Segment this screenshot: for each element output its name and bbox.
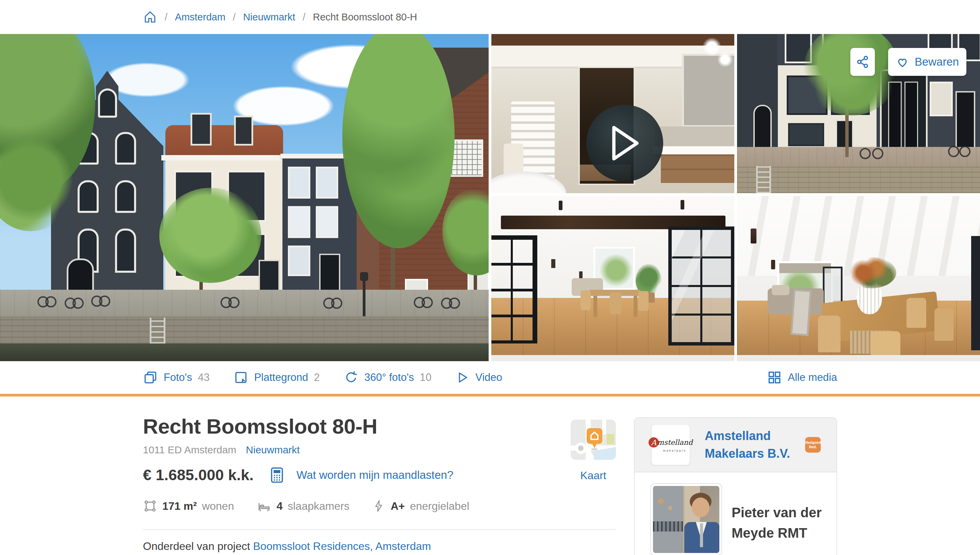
wall-sconce — [551, 259, 555, 268]
steel-glass-door — [823, 266, 842, 305]
window — [930, 82, 953, 116]
breadcrumb-link-nieuwmarkt[interactable]: Nieuwmarkt — [243, 11, 295, 23]
home-icon[interactable] — [143, 10, 157, 24]
window — [288, 245, 310, 276]
vanity-drawers — [661, 154, 734, 183]
window — [288, 206, 310, 238]
ceiling-beam — [492, 34, 734, 46]
photo-interior-dining[interactable] — [492, 196, 734, 361]
bike — [37, 295, 56, 308]
chair-wishbone — [818, 316, 840, 352]
photo-street-facades[interactable]: Bewaren — [737, 34, 980, 193]
rotate-360-icon — [344, 370, 359, 385]
roof-dormer — [191, 113, 212, 146]
map-thumbnail[interactable] — [570, 420, 616, 460]
tree-foliage — [342, 34, 455, 248]
vanity-backsplash — [655, 127, 734, 146]
map-link-label[interactable]: Kaart — [570, 469, 616, 482]
agent-card-body: Pieter van der Meyde RMT — [635, 472, 836, 555]
photo-main-canal-houses[interactable] — [0, 34, 488, 361]
agent-photo — [653, 486, 719, 553]
breadcrumb-link-amsterdam[interactable]: Amsterdam — [175, 11, 225, 23]
bike — [948, 142, 970, 157]
steel-shelving — [492, 235, 537, 343]
bike — [91, 295, 110, 307]
price-row: € 1.685.000 k.k. Wat worden mijn maandla… — [143, 466, 453, 484]
feature-bedrooms: 4 slaapkamers — [257, 499, 349, 513]
tree-foliage — [159, 188, 261, 283]
agent-person-name: Pieter van der Meyde RMT — [732, 502, 836, 555]
feature-living-area: 171 m² wonen — [143, 499, 234, 513]
ceiling-light — [717, 52, 733, 67]
breadcrumb-separator: / — [302, 11, 305, 23]
neighborhood-link[interactable]: Nieuwmarkt — [246, 444, 300, 456]
tab-video-label: Video — [476, 371, 502, 383]
tab-360-photos[interactable]: 360° foto's 10 — [344, 370, 432, 385]
ceiling-light — [702, 37, 721, 56]
table-leg — [593, 296, 597, 317]
tab-360-label: 360° foto's — [365, 371, 414, 383]
window — [788, 123, 824, 146]
house-white-roof — [165, 125, 283, 158]
agent-photo-frame — [650, 483, 722, 555]
agency-logo-row: A mstelland — [649, 437, 692, 448]
postal-code: 1011 ED Amsterdam — [143, 444, 236, 456]
save-button-label: Bewaren — [915, 55, 959, 68]
photo-bathroom-video[interactable] — [492, 34, 734, 193]
person-tie — [700, 523, 703, 547]
agency-logo[interactable]: A mstelland makelaars — [652, 425, 690, 465]
chair — [610, 292, 621, 314]
feature-energy-value: A+ — [390, 500, 405, 512]
tab-photos-count: 43 — [198, 371, 209, 383]
canal-water — [0, 343, 488, 361]
street-pavement — [737, 147, 980, 167]
tab-floorplan-label: Plattegrond — [254, 371, 308, 383]
photo-interior-living[interactable] — [737, 196, 980, 361]
tab-all-media[interactable]: Alle media — [767, 370, 837, 385]
project-link[interactable]: Boomssloot Residences, Amsterdam — [253, 540, 431, 552]
video-play-button[interactable] — [586, 105, 663, 181]
house-navy-door — [319, 254, 340, 295]
agency-name-link[interactable]: Amstelland Makelaars B.V. — [705, 427, 805, 462]
feature-area-value: 171 m² — [162, 500, 197, 512]
chair-wishbone — [871, 331, 900, 355]
chair-wishbone — [906, 298, 926, 328]
mortgage-link[interactable]: Wat worden mijn maandlasten? — [296, 468, 453, 481]
share-button[interactable] — [850, 48, 875, 76]
ceiling-spot — [681, 200, 684, 210]
bike — [441, 297, 460, 309]
agency-logo-subtitle: makelaars — [663, 449, 686, 452]
bike — [65, 297, 84, 309]
wall-sconce — [579, 271, 583, 279]
bike — [860, 143, 884, 159]
chair — [638, 291, 649, 311]
tab-video[interactable]: Video — [455, 371, 502, 385]
photo-bokeh — [658, 498, 664, 504]
media-bar: Foto's 43 Plattegrond 2 360° foto's 10 — [0, 361, 980, 396]
play-icon — [455, 371, 469, 385]
chair-wishbone — [934, 308, 953, 341]
photo-bokeh — [668, 506, 672, 510]
media-bar-tabs: Foto's 43 Plattegrond 2 360° foto's 10 — [143, 370, 502, 385]
tab-photos-label: Foto's — [164, 371, 192, 383]
grid-icon — [767, 370, 782, 385]
quay-wall — [737, 167, 980, 193]
feature-energy-label: A+ energielabel — [372, 499, 469, 513]
quay-ladder — [756, 166, 771, 193]
tab-floorplan-count: 2 — [314, 371, 320, 383]
save-button[interactable]: Bewaren — [888, 48, 966, 76]
warehouse-window — [115, 180, 136, 213]
breadcrumb: / Amsterdam / Nieuwmarkt / Recht Boomssl… — [0, 0, 980, 34]
feature-bedrooms-label: slaapkamers — [288, 500, 349, 512]
tab-photos[interactable]: Foto's 43 — [143, 370, 210, 385]
basement-door — [836, 120, 853, 150]
vastgoed-ned-badge: Vastgoed Ned. — [805, 437, 821, 452]
page-title: Recht Boomssloot 80-H — [143, 414, 378, 438]
floorplan-icon — [233, 370, 248, 385]
project-row: Onderdeel van project Boomssloot Residen… — [143, 540, 431, 553]
leaning-picture — [790, 289, 811, 336]
price: € 1.685.000 k.k. — [143, 466, 254, 484]
tab-floorplan[interactable]: Plattegrond 2 — [233, 370, 320, 385]
steel-door-right — [971, 236, 980, 350]
wall-sconce — [771, 260, 775, 269]
